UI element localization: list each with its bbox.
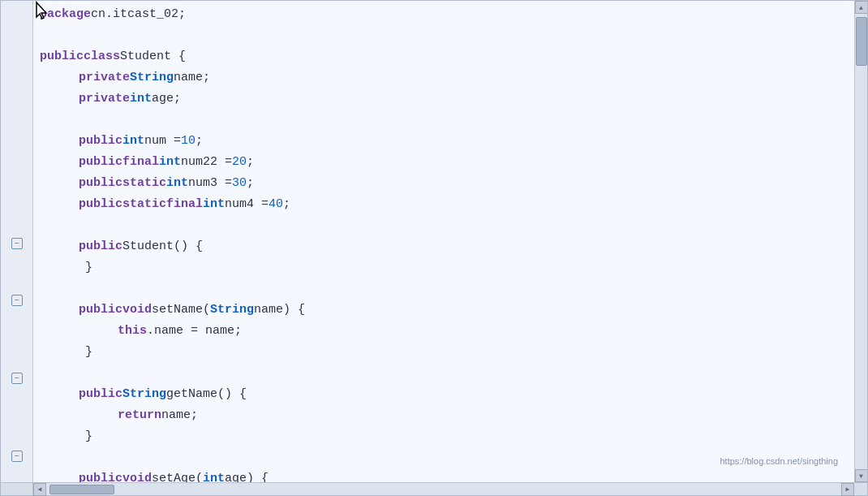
scroll-track-vertical[interactable] — [855, 14, 867, 469]
code-line-3: public class Student { — [40, 46, 848, 67]
scroll-up-arrow[interactable]: ▲ — [855, 1, 868, 14]
code-line-14 — [40, 278, 848, 300]
scroll-thumb-horizontal[interactable] — [49, 485, 114, 494]
code-line-21: } — [40, 426, 848, 447]
code-line-16: this.name = name; — [40, 321, 848, 342]
code-line-1: package cn.itcast_02; — [40, 4, 848, 25]
collapse-btn-12[interactable]: − — [11, 238, 23, 249]
code-line-11 — [40, 215, 848, 236]
bottom-bar: ◀ ▶ — [1, 482, 867, 495]
code-line-12: public Student() { — [40, 236, 848, 257]
collapse-btn-15[interactable]: − — [11, 295, 23, 306]
code-line-20: return name; — [40, 405, 848, 426]
gutter: − − − − — [1, 1, 33, 482]
scroll-right-arrow[interactable]: ▶ — [841, 483, 854, 496]
code-line-6 — [40, 110, 848, 131]
code-content[interactable]: package cn.itcast_02; public class Stude… — [33, 1, 854, 482]
collapse-btn-19[interactable]: − — [11, 373, 23, 384]
code-line-13: } — [40, 257, 848, 278]
scrollbar-vertical[interactable]: ▲ ▼ — [854, 1, 867, 482]
token-package-name: cn.itcast_02; — [91, 4, 186, 25]
watermark: https://blog.csdn.net/singthing — [720, 456, 838, 466]
code-line-8: public final int num22 = 20; — [40, 152, 848, 173]
scroll-left-arrow[interactable]: ◀ — [33, 483, 46, 496]
collapse-btn-23[interactable]: − — [11, 451, 23, 462]
code-line-2 — [40, 25, 848, 46]
code-line-10: public static final int num4 = 40; — [40, 194, 848, 215]
code-line-19: public String getName() { — [40, 384, 848, 405]
token-package: package — [40, 4, 91, 25]
code-line-18 — [40, 363, 848, 384]
code-area: − − − − package — [1, 1, 867, 482]
code-line-5: private int age; — [40, 88, 848, 110]
code-line-7: public int num = 10; — [40, 131, 848, 152]
scroll-track-horizontal[interactable] — [46, 483, 841, 495]
scroll-down-arrow[interactable]: ▼ — [855, 469, 868, 482]
code-line-23: public void setAge(int age) { — [40, 468, 848, 482]
code-line-9: public static int num3 = 30; — [40, 173, 848, 194]
code-line-4: private String name; — [40, 67, 848, 88]
code-line-15: public void setName(String name) { — [40, 300, 848, 321]
code-line-17: } — [40, 342, 848, 363]
editor-container: − − − − package — [0, 0, 868, 496]
scroll-thumb-vertical[interactable] — [856, 17, 867, 66]
